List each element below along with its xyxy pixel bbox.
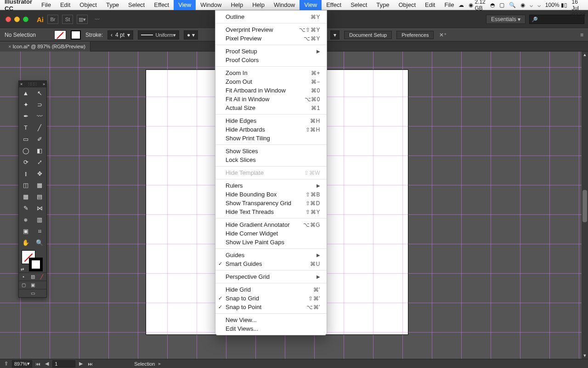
fill-swatch[interactable] — [54, 30, 66, 40]
minimize-window-button[interactable] — [14, 17, 20, 22]
view-menu-lock-slices[interactable]: Lock Slices — [215, 155, 327, 164]
view-menu-pixel-preview[interactable]: Pixel Preview⌥⌘Y — [215, 34, 327, 43]
menu-view[interactable]: View — [174, 0, 196, 10]
close-tab-icon[interactable]: × — [8, 44, 11, 49]
scale-tool[interactable]: ⤢ — [33, 156, 46, 168]
view-menu-fit-artboard-in-window[interactable]: Fit Artboard in Window⌘0 — [215, 86, 327, 95]
rectangle-tool[interactable]: ▭ — [19, 133, 33, 145]
pen-tool[interactable]: ✒ — [19, 110, 33, 122]
preferences-button[interactable]: Preferences — [396, 31, 434, 39]
zoom-tool[interactable]: 🔍 — [33, 237, 46, 248]
view-menu-hide-bounding-box[interactable]: Hide Bounding Box⇧⌘B — [215, 190, 327, 199]
mesh-tool[interactable]: ▦ — [19, 191, 33, 202]
display-icon[interactable]: ▢ — [499, 2, 504, 8]
scroll-up-arrow-icon[interactable]: ▲ — [582, 52, 588, 58]
menu-select[interactable]: Select — [346, 0, 372, 10]
menu-object[interactable]: Object — [75, 0, 102, 10]
view-menu-outline[interactable]: Outline⌘Y — [215, 12, 327, 21]
eyedropper-tool[interactable]: ✎ — [19, 202, 33, 214]
siri-icon[interactable]: ◉ — [520, 2, 525, 8]
bluetooth-icon[interactable]: ⌵ — [530, 2, 533, 8]
view-menu-proof-setup[interactable]: Proof Setup▶ — [215, 47, 327, 56]
view-menu-new-view-[interactable]: New View... — [215, 316, 327, 324]
blend-tool[interactable]: ⋈ — [33, 202, 46, 214]
arrange-documents-button[interactable]: ▥▾ — [77, 15, 88, 24]
hat-icon[interactable]: ◓ — [490, 2, 495, 8]
screen-mode-present[interactable] — [37, 281, 46, 289]
cloud-icon[interactable]: ☁ — [458, 2, 464, 8]
control-menu-icon[interactable]: ≡ — [580, 32, 583, 38]
close-window-button[interactable] — [6, 17, 11, 22]
brush-def-select[interactable]: ● ▾ — [184, 30, 198, 40]
view-menu-perspective-grid[interactable]: Perspective Grid▶ — [215, 272, 327, 281]
document-tab[interactable]: × Icon.ai* @ 897% (RGB/Preview) — [0, 41, 90, 52]
status-menu-icon[interactable]: ▸ — [158, 361, 161, 367]
vertical-scrollbar[interactable]: ▲ ▼ — [582, 52, 588, 359]
column-graph-tool[interactable]: ▥ — [33, 214, 46, 225]
view-menu-hide-edges[interactable]: Hide Edges⌘H — [215, 116, 327, 125]
maximize-window-button[interactable] — [23, 17, 28, 22]
prev-artboard-button[interactable]: ◀ — [43, 361, 51, 367]
stroke-profile-select[interactable]: Uniform ▾ — [138, 30, 179, 40]
view-menu-guides[interactable]: Guides▶ — [215, 251, 327, 259]
rotate-tool[interactable]: ⟳ — [19, 156, 33, 168]
view-menu-show-print-tiling[interactable]: Show Print Tiling — [215, 134, 327, 143]
menu-edit[interactable]: Edit — [420, 0, 440, 10]
menu-type[interactable]: Type — [372, 0, 394, 10]
close-icon[interactable]: × — [20, 82, 23, 86]
eraser-tool[interactable]: ◧ — [33, 145, 46, 156]
hand-tool[interactable]: ✋ — [19, 237, 33, 248]
view-menu-hide-corner-widget[interactable]: Hide Corner Widget — [215, 229, 327, 238]
first-artboard-button[interactable]: ⏮ — [34, 361, 41, 367]
stroke-weight-input[interactable]: ‹ 4 pt ▾ — [107, 30, 133, 40]
width-tool[interactable]: ⫿ — [19, 168, 33, 179]
view-menu-zoom-out[interactable]: Zoom Out⌘− — [215, 77, 327, 86]
fill-stroke-swatches[interactable]: ⇄ — [19, 248, 46, 272]
view-menu-edit-views-[interactable]: Edit Views... — [215, 324, 327, 333]
view-menu-zoom-in[interactable]: Zoom In⌘+ — [215, 69, 327, 77]
stroke-swatch[interactable] — [71, 30, 81, 40]
menu-window[interactable]: Window — [269, 0, 300, 10]
menu-type[interactable]: Type — [102, 0, 124, 10]
menu-help[interactable]: Help — [226, 0, 248, 10]
paintbrush-tool[interactable]: ✐ — [33, 133, 46, 145]
view-menu-fit-all-in-window[interactable]: Fit All in Window⌥⌘0 — [215, 95, 327, 104]
view-menu-smart-guides[interactable]: ✓Smart Guides⌘U — [215, 259, 327, 268]
view-menu-show-slices[interactable]: Show Slices — [215, 147, 327, 155]
gpu-icon[interactable]: 〰 — [91, 15, 102, 24]
view-menu-hide-gradient-annotator[interactable]: Hide Gradient Annotator⌥⌘G — [215, 220, 327, 229]
swap-fill-stroke-icon[interactable]: ⇄ — [21, 267, 24, 271]
free-transform-tool[interactable]: ✥ — [33, 168, 46, 179]
view-menu-snap-to-point[interactable]: ✓Snap to Point⌥⌘' — [215, 303, 327, 311]
scroll-thumb[interactable] — [582, 190, 587, 222]
zoom-level-input[interactable]: 897% ▾ — [12, 360, 32, 368]
shape-builder-tool[interactable]: ◫ — [19, 179, 33, 191]
selection-tool[interactable]: ▲ — [19, 87, 33, 99]
view-menu-hide-text-threads[interactable]: Hide Text Threads⇧⌘Y — [215, 207, 327, 216]
menu-edit[interactable]: Edit — [56, 0, 75, 10]
menu-view[interactable]: View — [300, 0, 322, 10]
next-artboard-button[interactable]: ▶ — [77, 361, 85, 367]
type-tool[interactable]: T — [19, 122, 33, 133]
direct-selection-tool[interactable]: ↖ — [33, 87, 46, 99]
curvature-tool[interactable]: 〰 — [33, 110, 46, 122]
app-name[interactable]: Illustrator CC — [0, 0, 37, 12]
menu-window[interactable]: Window — [196, 0, 226, 10]
view-menu-hide-grid[interactable]: Hide Grid⌘' — [215, 285, 327, 294]
lasso-tool[interactable]: ⊃ — [33, 99, 46, 110]
screen-mode-normal[interactable]: ▢ — [19, 281, 28, 289]
view-menu-hide-artboards[interactable]: Hide Artboards⇧⌘H — [215, 125, 327, 134]
wifi-icon[interactable]: ⌵ — [537, 2, 541, 8]
collapse-icon[interactable]: » — [43, 82, 45, 86]
magic-wand-tool[interactable]: ✦ — [19, 99, 33, 110]
view-menu-overprint-preview[interactable]: Overprint Preview⌥⇧⌘Y — [215, 25, 327, 34]
slice-tool[interactable]: ⌗ — [33, 225, 46, 237]
panel-grip-icon[interactable]: ⸬⸬⸬ — [28, 82, 37, 86]
view-menu-actual-size[interactable]: Actual Size⌘1 — [215, 104, 327, 112]
stroke-color-swatch[interactable] — [29, 258, 43, 271]
spotlight-icon[interactable]: 🔍 — [509, 2, 516, 8]
view-menu-show-live-paint-gaps[interactable]: Show Live Paint Gaps — [215, 238, 327, 247]
symbol-sprayer-tool[interactable]: ⎈ — [19, 214, 33, 225]
menu-select[interactable]: Select — [124, 0, 149, 10]
align-icon[interactable]: ✕⁺ — [438, 32, 447, 38]
